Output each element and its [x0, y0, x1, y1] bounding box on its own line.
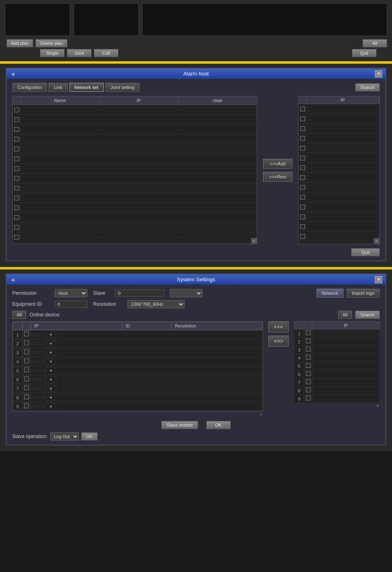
row-checkbox[interactable]: [298, 116, 307, 121]
dropdown-arrow-icon[interactable]: ▼: [49, 369, 53, 373]
alarm-left-table: Name IP state: [12, 96, 257, 244]
delete-plan-button[interactable]: Delete plan: [36, 39, 67, 47]
rem-button[interactable]: >>>Rem: [263, 172, 292, 182]
slave-input[interactable]: [115, 289, 164, 297]
row-checkbox[interactable]: [306, 355, 311, 360]
row-checkbox[interactable]: [306, 338, 311, 343]
equipment-id-input[interactable]: [55, 300, 87, 308]
row-checkbox[interactable]: [13, 137, 21, 142]
row-checkbox[interactable]: [24, 332, 29, 336]
row-checkbox[interactable]: [13, 225, 21, 230]
row-checkbox[interactable]: [298, 146, 307, 151]
all-button-right[interactable]: All: [338, 311, 352, 319]
row-checkbox[interactable]: [298, 107, 307, 111]
row-checkbox[interactable]: [13, 176, 21, 181]
row-checkbox[interactable]: [298, 136, 307, 141]
single-button[interactable]: Single: [40, 49, 65, 57]
row-checkbox[interactable]: [13, 196, 21, 200]
ok2-button[interactable]: OK: [81, 432, 98, 441]
row-checkbox[interactable]: [306, 330, 311, 335]
row-checkbox[interactable]: [13, 215, 21, 220]
row-checkbox[interactable]: [298, 126, 307, 131]
row-checkbox[interactable]: [24, 403, 29, 408]
sys-right-data-table: IP 1 2 3 4 5 6 7 8 9: [294, 321, 380, 403]
alarm-host-close-button[interactable]: ✕: [375, 70, 382, 78]
row-checkbox[interactable]: [306, 396, 311, 401]
search-button-alarm[interactable]: Search: [355, 83, 380, 91]
row-checkbox[interactable]: [13, 235, 21, 240]
system-settings-body: Permission Host Slave Network Import log…: [7, 285, 385, 445]
row-checkbox[interactable]: [13, 147, 21, 151]
dropdown-arrow-icon[interactable]: ▼: [49, 378, 53, 382]
tab-joint-setting[interactable]: Joint setting: [105, 83, 140, 92]
row-checkbox[interactable]: [13, 156, 21, 161]
add-plan-button[interactable]: Add plan: [7, 39, 33, 47]
row-checkbox[interactable]: [298, 214, 307, 219]
joint-button[interactable]: Joint: [67, 49, 91, 57]
row-checkbox[interactable]: [13, 186, 21, 191]
table-row: [13, 115, 257, 125]
rem-arrow-button[interactable]: >>>: [268, 336, 289, 347]
row-checkbox[interactable]: [24, 341, 29, 345]
dropdown-arrow-icon[interactable]: ▼: [49, 360, 53, 364]
ok-button[interactable]: OK: [206, 421, 231, 429]
call-button[interactable]: Call: [94, 49, 118, 57]
title-arrow-icon: ◄: [10, 71, 16, 77]
alarm-quit-row: Quit: [12, 248, 380, 256]
dropdown-arrow-icon[interactable]: ▼: [49, 396, 53, 400]
dropdown-arrow-icon[interactable]: ▼: [49, 333, 53, 337]
row-checkbox[interactable]: [13, 166, 21, 171]
add-arrow-button[interactable]: <<<: [268, 321, 289, 332]
row-checkbox[interactable]: [306, 387, 311, 392]
tab-network-set[interactable]: Network set: [69, 83, 104, 92]
row-checkbox[interactable]: [24, 385, 29, 390]
row-checkbox[interactable]: [24, 367, 29, 372]
system-settings-close-button[interactable]: ✕: [375, 276, 382, 283]
row-checkbox[interactable]: [13, 205, 21, 210]
permission-select[interactable]: Host: [55, 289, 87, 297]
dropdown-arrow-icon[interactable]: ▼: [49, 351, 53, 355]
slave-restore-button[interactable]: Slave restore: [161, 421, 198, 429]
row-checkbox[interactable]: [298, 175, 307, 180]
tab-configurtion[interactable]: Configurtion: [12, 83, 47, 92]
row-checkbox[interactable]: [298, 185, 307, 190]
row-checkbox[interactable]: [24, 376, 29, 381]
slave-operation-select[interactable]: Log Out: [50, 432, 79, 441]
slave-dropdown[interactable]: [170, 289, 203, 297]
row-checkbox[interactable]: [24, 358, 29, 363]
table-row: [13, 174, 257, 183]
table-row: [13, 144, 257, 154]
sys-left-table-header: IP ID Resolution: [13, 322, 263, 330]
import-logo-button[interactable]: Import logo: [347, 289, 380, 298]
equipment-id-label: Equipment ID: [12, 301, 49, 307]
slave-operation-row: Slave operation: Log Out OK: [12, 432, 380, 441]
all-button-left[interactable]: All: [12, 311, 26, 319]
network-button[interactable]: Network: [316, 289, 343, 298]
add-button[interactable]: <<<Add: [263, 159, 292, 169]
row-checkbox[interactable]: [306, 347, 311, 352]
resolution-select[interactable]: 1366*768_60Hz: [127, 300, 185, 308]
row-checkbox[interactable]: [298, 195, 307, 200]
quit-button-s1[interactable]: Quit: [352, 49, 376, 57]
row-checkbox[interactable]: [298, 165, 307, 170]
row-checkbox[interactable]: [306, 379, 311, 384]
row-checkbox[interactable]: [13, 127, 21, 132]
row-checkbox[interactable]: [13, 117, 21, 122]
row-checkbox[interactable]: [306, 371, 311, 376]
dropdown-arrow-icon[interactable]: ▼: [49, 405, 53, 409]
row-checkbox[interactable]: [298, 224, 307, 229]
dropdown-arrow-icon[interactable]: ▼: [49, 342, 53, 346]
row-checkbox[interactable]: [13, 107, 21, 112]
slave-label: Slave: [93, 290, 109, 296]
dropdown-arrow-icon[interactable]: ▼: [49, 387, 53, 391]
row-checkbox[interactable]: [306, 363, 311, 368]
row-checkbox[interactable]: [298, 156, 307, 160]
row-checkbox[interactable]: [298, 205, 307, 209]
row-checkbox[interactable]: [24, 349, 29, 354]
tab-link[interactable]: Link: [49, 83, 67, 92]
search-button-sys[interactable]: Search: [355, 311, 380, 319]
row-checkbox[interactable]: [24, 394, 29, 399]
all-button-s1[interactable]: All: [363, 39, 387, 47]
row-checkbox[interactable]: [298, 234, 307, 239]
quit-button-alarm[interactable]: Quit: [351, 248, 380, 256]
